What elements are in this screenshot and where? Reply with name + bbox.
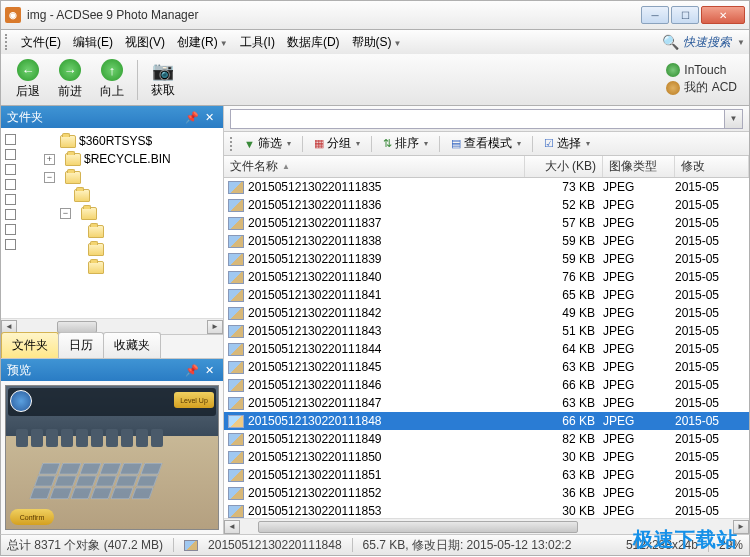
my-acd-link[interactable]: 我的 ACD [666,79,737,96]
file-row[interactable]: 2015051213022011185236 KBJPEG2015-05 [224,484,749,502]
minimize-button[interactable]: ─ [641,6,669,24]
file-type: JPEG [603,360,675,374]
menu-tools[interactable]: 工具(I) [234,31,281,54]
file-row[interactable]: 2015051213022011183757 KBJPEG2015-05 [224,214,749,232]
file-row[interactable]: 2015051213022011184763 KBJPEG2015-05 [224,394,749,412]
tree-node[interactable] [23,186,223,204]
column-headers: 文件名称▲ 大小 (KB) 图像类型 修改 [224,156,749,178]
group-button[interactable]: ▦分组▾ [311,133,363,154]
file-modified: 2015-05 [675,432,749,446]
acquire-button[interactable]: 📷 获取 [142,57,184,102]
file-row[interactable]: 2015051213022011185030 KBJPEG2015-05 [224,448,749,466]
file-row[interactable]: 2015051213022011184076 KBJPEG2015-05 [224,268,749,286]
file-modified: 2015-05 [675,324,749,338]
quick-search[interactable]: 🔍 快速搜索 ▼ [662,34,745,51]
file-name: 20150512130220111841 [248,288,525,302]
status-selected-name: 20150512130220111848 [208,538,341,552]
path-dropdown-icon[interactable]: ▼ [725,109,743,129]
tree-checkbox[interactable] [5,209,16,220]
tree-checkbox[interactable] [5,224,16,235]
panel-close-icon[interactable]: ✕ [202,111,217,124]
file-row[interactable]: 2015051213022011183859 KBJPEG2015-05 [224,232,749,250]
tab-calendar[interactable]: 日历 [58,332,104,358]
file-size: 57 KB [525,216,603,230]
file-row[interactable]: 2015051213022011184866 KBJPEG2015-05 [224,412,749,430]
list-hscrollbar[interactable]: ◄ ► [224,518,749,534]
tab-favorites[interactable]: 收藏夹 [103,332,161,358]
filter-button[interactable]: ▼筛选▾ [241,133,294,154]
column-header-size[interactable]: 大小 (KB) [525,156,603,177]
back-button[interactable]: ← 后退 [7,56,49,103]
file-row[interactable]: 2015051213022011184249 KBJPEG2015-05 [224,304,749,322]
tree-checkbox[interactable] [5,134,16,145]
file-row[interactable]: 2015051213022011183652 KBJPEG2015-05 [224,196,749,214]
pin-icon[interactable]: 📌 [182,364,202,377]
file-row[interactable]: 2015051213022011183959 KBJPEG2015-05 [224,250,749,268]
tree-node[interactable]: +$RECYCLE.BIN [23,150,223,168]
menu-database[interactable]: 数据库(D) [281,31,346,54]
menu-create[interactable]: 创建(R)▼ [171,31,234,54]
up-button[interactable]: ↑ 向上 [91,56,133,103]
file-type: JPEG [603,486,675,500]
file-row[interactable]: 2015051213022011184563 KBJPEG2015-05 [224,358,749,376]
avatar-icon [10,390,32,412]
menu-view[interactable]: 视图(V) [119,31,171,54]
path-bar: ▼ [224,106,749,132]
tree-checkbox[interactable] [5,179,16,190]
left-panel-tabs: 文件夹 日历 收藏夹 [1,334,223,358]
select-button[interactable]: ☑选择▾ [541,133,593,154]
menu-edit[interactable]: 编辑(E) [67,31,119,54]
file-modified: 2015-05 [675,234,749,248]
file-row[interactable]: 2015051213022011184165 KBJPEG2015-05 [224,286,749,304]
file-modified: 2015-05 [675,468,749,482]
file-modified: 2015-05 [675,504,749,518]
scroll-thumb[interactable] [258,521,578,533]
image-file-icon [228,505,244,518]
file-row[interactable]: 2015051213022011184666 KBJPEG2015-05 [224,376,749,394]
close-button[interactable]: ✕ [701,6,745,24]
expand-icon[interactable]: + [44,154,55,165]
forward-button[interactable]: → 前进 [49,56,91,103]
sort-button[interactable]: ⇅排序▾ [380,133,431,154]
tree-node[interactable] [23,258,223,276]
menu-help[interactable]: 帮助(S)▼ [346,31,408,54]
column-header-modified[interactable]: 修改 [675,156,749,177]
file-row[interactable]: 2015051213022011184351 KBJPEG2015-05 [224,322,749,340]
tree-node[interactable]: − [23,204,223,222]
column-header-type[interactable]: 图像类型 [603,156,675,177]
scroll-right-icon[interactable]: ► [207,320,223,334]
title-bar: ◉ img - ACDSee 9 Photo Manager ─ ☐ ✕ [0,0,750,30]
collapse-icon[interactable]: − [60,208,71,219]
file-row[interactable]: 2015051213022011184464 KBJPEG2015-05 [224,340,749,358]
menu-file[interactable]: 文件(E) [15,31,67,54]
tree-checkbox[interactable] [5,239,16,250]
tree-node[interactable]: − [23,168,223,186]
tab-folders[interactable]: 文件夹 [1,332,59,358]
path-input[interactable] [230,109,725,129]
pin-icon[interactable]: 📌 [182,111,202,124]
up-icon: ↑ [101,59,123,81]
tree-node[interactable] [23,240,223,258]
preview-image: Level Up Confirm [1,381,223,534]
tree-checkbox[interactable] [5,164,16,175]
scroll-left-icon[interactable]: ◄ [224,520,240,534]
file-row[interactable]: 2015051213022011184982 KBJPEG2015-05 [224,430,749,448]
viewmode-button[interactable]: ▤查看模式▾ [448,133,524,154]
maximize-button[interactable]: ☐ [671,6,699,24]
scroll-right-icon[interactable]: ► [733,520,749,534]
tree-node[interactable]: $360RTSYS$ [23,132,223,150]
tree-node[interactable] [23,222,223,240]
panel-close-icon[interactable]: ✕ [202,364,217,377]
file-row[interactable]: 2015051213022011183573 KBJPEG2015-05 [224,178,749,196]
column-header-name[interactable]: 文件名称▲ [224,156,525,177]
file-list[interactable]: 2015051213022011183573 KBJPEG2015-052015… [224,178,749,518]
intouch-link[interactable]: InTouch [666,63,737,77]
file-row[interactable]: 2015051213022011185163 KBJPEG2015-05 [224,466,749,484]
tree-checkbox[interactable] [5,149,16,160]
file-row[interactable]: 2015051213022011185330 KBJPEG2015-05 [224,502,749,518]
image-file-icon [228,307,244,320]
tree-checkbox[interactable] [5,194,16,205]
folder-tree[interactable]: $360RTSYS$ +$RECYCLE.BIN − − [19,128,223,318]
scroll-thumb[interactable] [57,321,97,333]
collapse-icon[interactable]: − [44,172,55,183]
